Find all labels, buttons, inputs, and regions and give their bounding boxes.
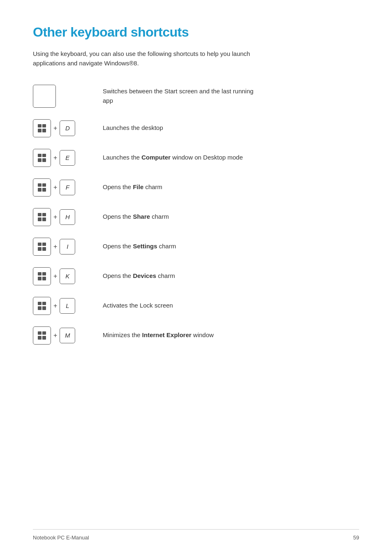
- letter-key-e: E: [60, 150, 75, 166]
- key-combo-win-f: + F: [33, 178, 90, 197]
- shortcut-row-win-l: + L Activates the Lock screen: [33, 297, 304, 315]
- shortcut-row-win-h: + H Opens the Share charm: [33, 208, 304, 226]
- plus-k: +: [53, 273, 57, 280]
- plus-d: +: [53, 125, 57, 132]
- win-key-m: [33, 326, 51, 345]
- letter-key-f: F: [60, 180, 75, 195]
- shortcut-row-win: Switches between the Start screen and th…: [33, 85, 304, 108]
- plus-i: +: [53, 243, 57, 250]
- shortcut-desc-e: Launches the Computer window on Desktop …: [103, 153, 243, 162]
- key-combo-win-d: + D: [33, 119, 90, 137]
- page-content: Other keyboard shortcuts Using the keybo…: [0, 0, 337, 369]
- shortcut-desc-win: Switches between the Start screen and th…: [103, 87, 259, 105]
- key-combo-win-m: + M: [33, 326, 90, 345]
- shortcut-desc-l: Activates the Lock screen: [103, 301, 173, 310]
- key-combo-win-e: + E: [33, 149, 90, 167]
- footer-page-number: 59: [353, 534, 359, 541]
- letter-key-m: M: [60, 328, 75, 343]
- letter-key-h: H: [60, 209, 75, 225]
- shortcut-desc-k: Opens the Devices charm: [103, 271, 175, 281]
- key-combo-win: [33, 85, 90, 108]
- plus-l: +: [53, 302, 57, 310]
- win-key-h: [33, 208, 51, 226]
- page-title: Other keyboard shortcuts: [33, 25, 304, 40]
- key-combo-win-i: + I: [33, 238, 90, 256]
- letter-key-k: K: [60, 268, 75, 284]
- key-combo-win-l: + L: [33, 297, 90, 315]
- page-footer: Notebook PC E-Manual 59: [33, 529, 359, 541]
- plus-h: +: [53, 213, 57, 221]
- key-combo-win-h: + H: [33, 208, 90, 226]
- shortcut-row-win-d: + D Launches the desktop: [33, 119, 304, 137]
- win-key-i: [33, 238, 51, 256]
- letter-key-l: L: [60, 298, 75, 314]
- shortcut-desc-f: Opens the File charm: [103, 183, 162, 192]
- win-key-k: [33, 267, 51, 285]
- key-combo-win-k: + K: [33, 267, 90, 285]
- shortcut-row-win-k: + K Opens the Devices charm: [33, 267, 304, 285]
- win-key-e: [33, 149, 51, 167]
- plus-e: +: [53, 154, 57, 162]
- win-key-d: [33, 119, 51, 137]
- letter-key-d: D: [60, 120, 75, 136]
- shortcut-row-win-m: + M Minimizes the Internet Explorer wind…: [33, 326, 304, 345]
- letter-key-i: I: [60, 239, 75, 255]
- shortcut-desc-d: Launches the desktop: [103, 123, 163, 133]
- plus-m: +: [53, 332, 57, 339]
- shortcut-desc-m: Minimizes the Internet Explorer window: [103, 331, 214, 340]
- intro-paragraph: Using the keyboard, you can also use the…: [33, 49, 271, 68]
- shortcut-row-win-i: + I Opens the Settings charm: [33, 238, 304, 256]
- plus-f: +: [53, 184, 57, 191]
- shortcut-desc-h: Opens the Share charm: [103, 212, 169, 222]
- win-key-f: [33, 178, 51, 197]
- shortcuts-list: Switches between the Start screen and th…: [33, 85, 304, 345]
- footer-label: Notebook PC E-Manual: [33, 534, 89, 541]
- shortcut-row-win-f: + F Opens the File charm: [33, 178, 304, 197]
- shortcut-desc-i: Opens the Settings charm: [103, 242, 176, 251]
- win-key-l: [33, 297, 51, 315]
- shortcut-row-win-e: + E Launches the Computer window on Desk…: [33, 149, 304, 167]
- win-key: [33, 85, 56, 108]
